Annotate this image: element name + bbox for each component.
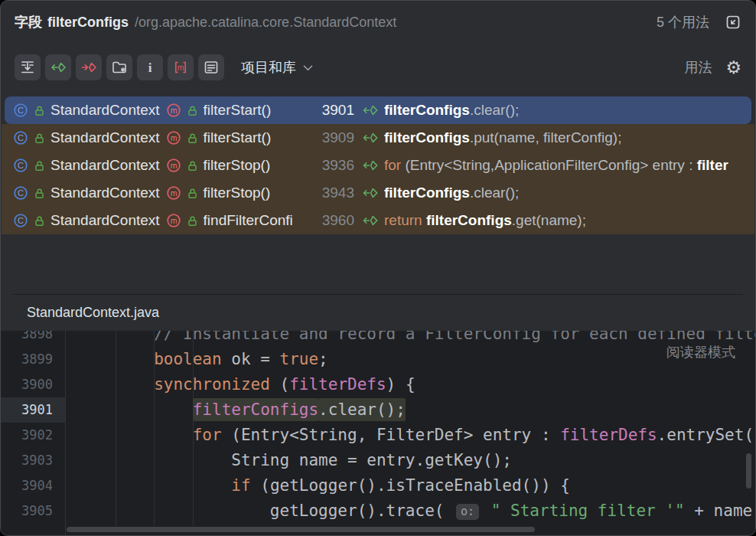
code-line[interactable]: 3905 getLogger().trace( o: " Starting fi… <box>1 498 755 524</box>
usage-line-number: 3943 <box>316 185 354 201</box>
read-access-icon <box>362 104 379 116</box>
usage-code-snippet: filterConfigs.clear(); <box>384 185 519 201</box>
list-empty-space <box>1 234 755 294</box>
svg-text:i: i <box>148 60 152 75</box>
chevron-down-icon <box>303 64 313 71</box>
read-access-icon <box>362 104 379 116</box>
usage-row[interactable]: CStandardContextmfilterStart()3909filter… <box>2 124 754 152</box>
method-brackets-button[interactable]: m <box>168 54 194 80</box>
read-access-icon <box>362 132 379 144</box>
show-read-access-button[interactable] <box>45 54 71 80</box>
usage-method-name: filterStart() <box>204 129 272 146</box>
read-access-icon <box>362 187 379 199</box>
svg-text:C: C <box>18 106 24 115</box>
code-line-text: boolean ok = true; <box>65 347 328 372</box>
usage-row[interactable]: CStandardContextmfindFilterConfi3960retu… <box>2 207 754 234</box>
scope-dropdown[interactable]: 项目和库 <box>241 58 313 77</box>
usages-tab-label: 用法 <box>684 58 712 77</box>
code-line[interactable]: 3902 for (Entry<String, FilterDef> entry… <box>1 423 755 448</box>
reader-mode-label: 阅读器模式 <box>666 343 735 361</box>
show-write-access-icon <box>80 58 98 77</box>
gutter-line-number: 3901 <box>1 397 65 423</box>
usage-line-number: 3909 <box>316 129 354 146</box>
usage-location: CStandardContextmfilterStop() <box>13 157 316 174</box>
vertical-scrollbar[interactable] <box>746 453 751 489</box>
code-line-text: String name = entry.getKey(); <box>65 448 512 473</box>
usage-line-number: 3960 <box>316 212 354 229</box>
imports-button[interactable]: i <box>137 54 163 80</box>
public-modifier-icon <box>34 188 44 199</box>
scope-label: 项目和库 <box>241 58 296 77</box>
code-line[interactable]: 3898 // Instantiate and record a FilterC… <box>1 331 755 347</box>
element-path-label: /org.apache.catalina.core.StandardContex… <box>135 15 396 31</box>
preview-file-name: StandardContext.java <box>1 295 755 331</box>
public-modifier-icon <box>187 105 197 116</box>
usage-class-name: StandardContext <box>51 157 160 174</box>
show-write-access-button[interactable] <box>76 54 102 80</box>
usage-method-name: filterStop() <box>204 157 271 174</box>
usage-method-name: findFilterConfi <box>204 212 293 229</box>
preview-button[interactable] <box>198 54 224 80</box>
method-brackets-icon: m <box>171 58 190 77</box>
element-kind-label: 字段 <box>15 13 42 31</box>
public-modifier-icon <box>34 215 44 227</box>
read-access-icon <box>362 214 379 227</box>
read-access-icon <box>362 159 379 172</box>
svg-text:m: m <box>170 188 177 198</box>
scroll-to-source-icon <box>18 58 37 77</box>
code-line-text: // Instantiate and record a FilterConfig… <box>65 331 755 347</box>
settings-button[interactable]: ⚙ <box>725 59 741 77</box>
public-modifier-icon <box>34 132 44 144</box>
gutter-line-number: 3900 <box>1 372 65 397</box>
usage-row[interactable]: CStandardContextmfilterStop()3943filterC… <box>2 179 754 207</box>
scroll-to-source-button[interactable] <box>15 54 41 80</box>
svg-text:m: m <box>170 161 177 170</box>
public-modifier-icon <box>187 215 197 227</box>
method-icon: m <box>166 103 181 118</box>
code-line[interactable]: 3899 boolean ok = true; <box>1 347 755 372</box>
usage-class-name: StandardContext <box>51 185 160 201</box>
code-line[interactable]: 3903 String name = entry.getKey(); <box>1 448 755 473</box>
svg-text:m: m <box>170 106 177 115</box>
method-icon: m <box>166 185 181 201</box>
method-icon: m <box>166 158 181 173</box>
usage-line-number: 3936 <box>316 157 354 174</box>
usage-list: CStandardContextmfilterStart()3901filter… <box>1 96 755 234</box>
code-line[interactable]: 3904 if (getLogger().isTraceEnabled()) { <box>1 473 755 498</box>
public-modifier-icon <box>34 160 44 172</box>
svg-text:m: m <box>170 133 177 142</box>
horizontal-scrollbar[interactable] <box>67 527 535 532</box>
method-icon: m <box>166 213 181 228</box>
gutter-line-number: 3905 <box>1 498 65 524</box>
group-by-module-button[interactable] <box>106 54 132 80</box>
gutter-line-number: 3903 <box>1 448 65 473</box>
code-lines: 3898 // Instantiate and record a FilterC… <box>1 331 755 524</box>
gutter-line-number: 3902 <box>1 423 65 448</box>
read-access-icon <box>362 214 379 227</box>
code-line[interactable]: 3901 filterConfigs.clear(); <box>1 397 755 423</box>
usage-row[interactable]: CStandardContextmfilterStop()3936for (En… <box>2 152 754 179</box>
usage-class-name: StandardContext <box>51 212 160 229</box>
code-line-text: if (getLogger().isTraceEnabled()) { <box>65 473 570 498</box>
usage-method-name: filterStart() <box>204 102 272 119</box>
svg-text:m: m <box>178 63 184 72</box>
code-preview-editor: 3898 // Instantiate and record a FilterC… <box>1 331 755 535</box>
svg-text:C: C <box>18 188 24 198</box>
open-in-window-icon <box>725 14 741 31</box>
public-modifier-icon <box>187 132 197 144</box>
class-icon: C <box>13 158 28 173</box>
code-line-text: for (Entry<String, FilterDef> entry : fi… <box>65 423 755 448</box>
method-icon: m <box>166 130 181 145</box>
usage-code-snippet: for (Entry<String,ApplicationFilterConfi… <box>384 157 728 174</box>
code-line-text: synchronized (filterDefs) { <box>65 372 415 397</box>
svg-text:C: C <box>18 216 24 225</box>
usage-row[interactable]: CStandardContextmfilterStart()3901filter… <box>5 96 751 124</box>
usage-location: CStandardContextmfilterStart() <box>13 102 316 119</box>
usage-code-snippet: filterConfigs.clear(); <box>384 102 519 119</box>
usage-code-snippet: filterConfigs.put(name, filterConfig); <box>384 129 621 146</box>
public-modifier-icon <box>34 105 44 116</box>
class-icon: C <box>13 185 28 201</box>
usage-location: CStandardContextmfilterStop() <box>13 185 316 201</box>
code-line[interactable]: 3900 synchronized (filterDefs) { <box>1 372 755 397</box>
open-in-window-button[interactable] <box>725 14 741 31</box>
